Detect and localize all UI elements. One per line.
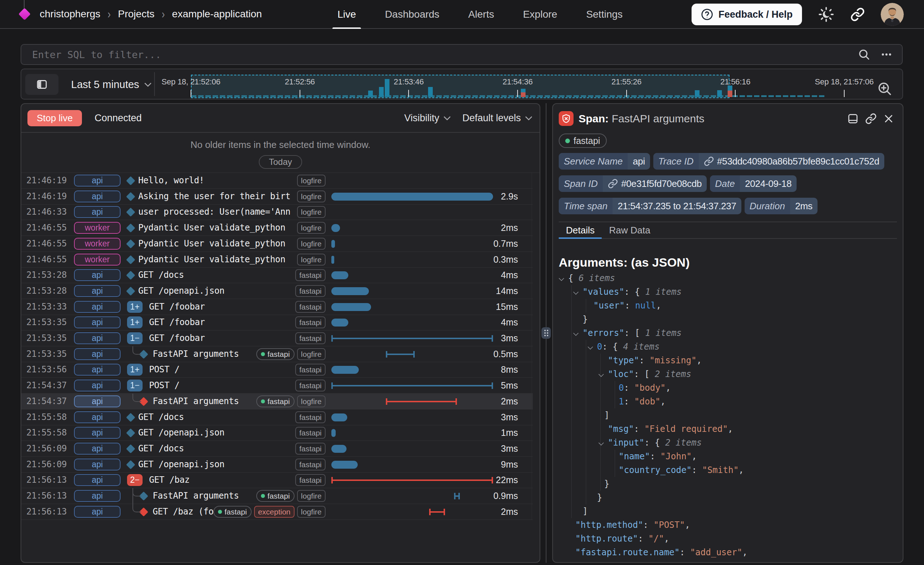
duration-bar	[332, 256, 334, 264]
default-levels-dropdown[interactable]: Default levels	[462, 112, 530, 124]
span-detail-header: Span: FastAPI arguments	[553, 104, 903, 135]
trace-row[interactable]: 21:56:09apiGET /openapi.jsonfastapi9ms	[21, 457, 533, 473]
trace-row[interactable]: 21:46:55workerPydantic User validate_pyt…	[21, 220, 533, 236]
trace-row[interactable]: 21:46:19apiHello, world!logfire	[21, 173, 533, 189]
scope-pill: fastapi	[295, 427, 326, 439]
row-duration: 0.9ms	[494, 488, 518, 504]
trace-row[interactable]: 21:46:33apiuser processed: User(name='An…	[21, 204, 533, 220]
json-line: ]	[559, 408, 899, 422]
share-link-button[interactable]	[850, 7, 865, 22]
breadcrumb-org[interactable]: christophergs	[40, 8, 100, 20]
live-panel-header: Stop live Connected Visibility Default l…	[21, 104, 540, 133]
close-panel-button[interactable]	[883, 113, 894, 124]
row-duration: 4ms	[501, 267, 518, 283]
timeline-tick-label: 21:53:46	[394, 77, 424, 87]
trace-row[interactable]: 21:54:37api1−POST /fastapi5ms	[21, 378, 533, 394]
search-icon[interactable]	[858, 48, 870, 61]
trace-row[interactable]: 21:56:09apiGET /docsfastapi3ms	[21, 441, 533, 457]
visibility-dropdown[interactable]: Visibility	[404, 112, 448, 124]
arguments-json-tree: { 6 items"values": { 1 items"user": null…	[559, 271, 899, 560]
row-duration-track	[332, 425, 493, 441]
json-indent-guide	[615, 381, 615, 395]
row-tag-pills: fastapi	[21, 459, 326, 471]
scope-pill: fastapi	[295, 379, 326, 391]
trace-row[interactable]: 21:55:58apiGET /docsfastapi3ms	[21, 409, 533, 426]
trace-row[interactable]: 21:54:37apiFastAPI argumentsfastapilogfi…	[21, 394, 533, 409]
scope-pill: logfire	[297, 206, 326, 218]
trace-row[interactable]: 21:53:28apiGET /openapi.jsonfastapi14ms	[21, 283, 533, 299]
nav-tab-dashboards[interactable]: Dashboards	[385, 0, 439, 29]
timeline-histogram[interactable]: Sep 18, 21:52:0621:52:5621:53:4621:54:36…	[21, 69, 904, 100]
breadcrumb-projects[interactable]: Projects	[118, 8, 154, 20]
avatar[interactable]	[880, 3, 904, 26]
nav-tab-explore[interactable]: Explore	[523, 0, 557, 29]
json-line: ]	[559, 504, 899, 518]
json-indent-guide	[572, 381, 572, 395]
zoom-in-button[interactable]	[877, 81, 892, 97]
chip-label: Span ID	[559, 175, 603, 192]
chevron-down-icon	[444, 113, 451, 120]
timeline-tick-label: Sep 18, 21:57:06	[815, 77, 874, 87]
green-dot-icon	[261, 352, 265, 356]
trace-row[interactable]: 21:46:55workerPydantic User validate_pyt…	[21, 252, 533, 268]
json-indent-guide	[572, 299, 572, 312]
trace-row[interactable]: 21:53:33api1+GET /foobarfastapi15ms	[21, 299, 533, 315]
copy-link-button[interactable]	[865, 113, 877, 124]
row-tag-pills: fastapi	[21, 427, 326, 439]
nav-tab-settings[interactable]: Settings	[586, 0, 622, 29]
trace-row[interactable]: 21:56:13apiGET /baz (fofastapiexceptionl…	[21, 504, 533, 520]
row-duration-track	[332, 315, 493, 330]
attribute-chip-time-span[interactable]: Time span21:54:37.235 to 21:54:37.237	[559, 198, 741, 214]
breadcrumb-project[interactable]: example-application	[172, 8, 262, 20]
logfire-logo[interactable]	[0, 0, 40, 28]
stop-live-button[interactable]: Stop live	[27, 110, 82, 126]
row-tag-pills: fastapi	[21, 269, 326, 281]
feedback-help-button[interactable]: Feedback / Help	[692, 4, 802, 25]
top-nav: christophergs › Projects › example-appli…	[0, 0, 924, 29]
trace-row[interactable]: 21:56:13api2−GET /bazfastapi22ms	[21, 472, 533, 488]
scope-pill: fastapi	[295, 411, 326, 423]
nav-actions: Feedback / Help	[692, 0, 924, 29]
service-tag-pill[interactable]: fastapi	[559, 133, 607, 148]
nav-tab-live[interactable]: Live	[338, 0, 356, 29]
duration-bar	[332, 461, 358, 469]
row-duration-track	[332, 394, 493, 409]
theme-toggle-button[interactable]	[818, 6, 834, 23]
row-tag-pills: fastapi	[21, 411, 326, 423]
trace-row[interactable]: 21:53:35api1−GET /foobarfastapi3ms	[21, 330, 533, 346]
trace-row[interactable]: 21:56:13apiFastAPI argumentsfastapilogfi…	[21, 488, 533, 504]
trace-row[interactable]: 21:53:56api1+POST /fastapi8ms	[21, 362, 533, 378]
row-duration: 15ms	[496, 299, 518, 315]
json-indent-guide	[586, 436, 586, 450]
timeline-selection[interactable]	[191, 75, 729, 98]
span-range-bar	[454, 493, 460, 499]
trace-row[interactable]: 21:53:28apiGET /docsfastapi4ms	[21, 267, 533, 283]
trace-row[interactable]: 21:46:19apiAsking the user for their bir…	[21, 189, 533, 205]
timeline-tick	[844, 90, 844, 97]
row-duration: 4ms	[501, 315, 518, 330]
trace-row[interactable]: 21:53:35api1+GET /foobarfastapi4ms	[21, 315, 533, 330]
attribute-chip-duration[interactable]: Duration2ms	[745, 198, 818, 214]
detail-tab-details[interactable]: Details	[559, 222, 602, 238]
attribute-chip-date[interactable]: Date2024-09-18	[710, 175, 796, 192]
attribute-chip-span-id[interactable]: Span ID#0e31f5fd70e08cdb	[559, 175, 707, 192]
attribute-chip-service-name[interactable]: Service Nameapi	[559, 153, 650, 169]
splitter-grip[interactable]	[542, 327, 551, 339]
today-button[interactable]: Today	[259, 155, 302, 169]
span-range-bar	[429, 509, 445, 515]
sql-filter-input[interactable]	[21, 49, 858, 60]
attribute-chip-trace-id[interactable]: Trace ID#53ddc40980a86b57bfe89c1cc01c752…	[653, 153, 884, 169]
timeline-tick-label: 21:52:56	[285, 77, 315, 87]
trace-row[interactable]: 21:46:55workerPydantic User validate_pyt…	[21, 236, 533, 252]
row-duration: 0.7ms	[494, 236, 518, 252]
row-duration: 3ms	[501, 409, 518, 425]
chip-value: #0e31f5fd70e08cdb	[603, 178, 707, 189]
trace-row[interactable]: 21:53:35apiFastAPI argumentsfastapilogfi…	[21, 346, 533, 362]
nav-tab-alerts[interactable]: Alerts	[468, 0, 494, 29]
trace-row[interactable]: 21:55:58apiGET /openapi.jsonfastapi1ms	[21, 425, 533, 441]
more-options-icon[interactable]	[880, 48, 892, 61]
json-line: 1: "dob",	[559, 395, 899, 408]
dock-panel-button[interactable]	[847, 113, 859, 124]
row-tag-pills: fastapilogfire	[21, 396, 326, 407]
detail-tab-raw-data[interactable]: Raw Data	[602, 222, 657, 238]
